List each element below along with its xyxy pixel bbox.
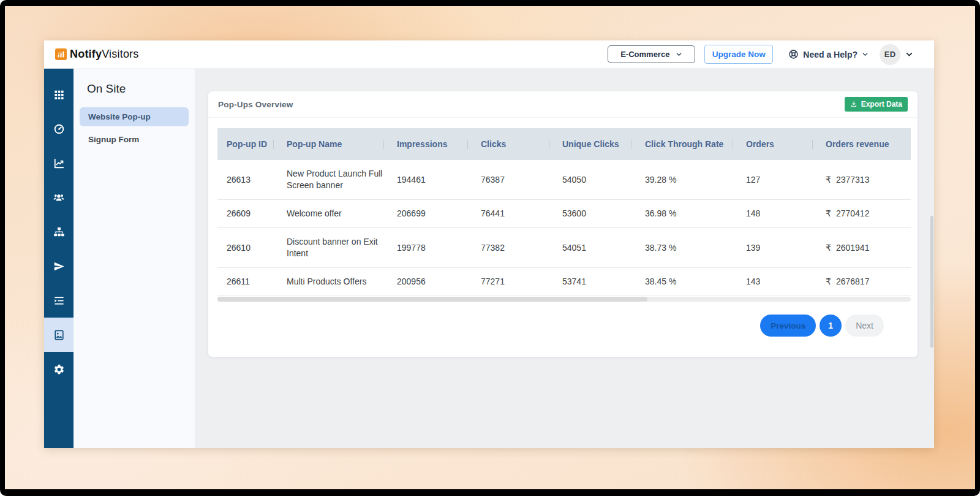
table-zone: Pop-up ID Pop-up Name Impressions Clicks…: [208, 118, 918, 302]
upgrade-now-button[interactable]: Upgrade Now: [704, 45, 773, 64]
rail-item-journeys[interactable]: [44, 283, 74, 318]
icon-rail: [44, 69, 74, 448]
column-header-label: Impressions: [397, 139, 447, 149]
cell-impressions: 194461: [397, 160, 481, 200]
cell-orders-revenue: ₹2676817: [826, 268, 911, 296]
cell-impressions: 200956: [397, 268, 481, 296]
column-header-impressions[interactable]: Impressions: [397, 128, 481, 160]
cell-orders: 139: [746, 228, 826, 268]
main-content: Pop-Ups Overview Export Data: [195, 69, 934, 448]
account-menu-chevron[interactable]: [905, 50, 913, 58]
column-header-label: Orders: [746, 139, 774, 149]
dashboard-gauge-icon: [53, 123, 65, 135]
column-header-label: Clicks: [481, 139, 506, 149]
column-separator: [733, 140, 733, 149]
table-horizontal-scrollbar[interactable]: [217, 297, 911, 302]
export-data-button[interactable]: Export Data: [845, 97, 908, 112]
cell-popup-name: Discount banner on Exit Intent: [287, 228, 397, 268]
rail-item-analytics[interactable]: [44, 146, 74, 180]
top-bar-controls: E-Commerce Upgrade Now Need a Help? ED: [608, 44, 913, 65]
brand-name-bold: Notify: [70, 48, 102, 60]
table-row: 26613 New Product Launch Full Screen ban…: [217, 160, 911, 200]
brand-logo[interactable]: NotifyVisitors: [55, 48, 139, 61]
rail-item-settings[interactable]: [44, 352, 74, 386]
popups-overview-card: Pop-Ups Overview Export Data: [208, 91, 918, 357]
brand-name: NotifyVisitors: [70, 48, 139, 61]
cell-clicks: 76387: [481, 160, 562, 200]
help-menu[interactable]: Need a Help?: [788, 49, 869, 59]
sidebar-item-label: Website Pop-up: [88, 112, 151, 121]
table-header-row: Pop-up ID Pop-up Name Impressions Clicks…: [217, 128, 911, 160]
cell-clicks: 76441: [481, 200, 562, 228]
cell-orders-revenue: ₹2601941: [826, 228, 911, 268]
cell-popup-name: Multi Products Offers: [287, 268, 397, 296]
rail-item-apps[interactable]: [44, 77, 74, 112]
desktop-background: NotifyVisitors E-Commerce Upgrade Now Ne…: [5, 6, 975, 489]
sidebar-item-signup-form[interactable]: Signup Form: [80, 130, 189, 149]
rail-item-sitemap[interactable]: [44, 215, 74, 249]
sitemap-icon: [53, 226, 65, 238]
pagination-next-button[interactable]: Next: [845, 315, 884, 337]
column-separator: [631, 140, 632, 149]
cell-ctr: 39.28 %: [645, 160, 746, 200]
settings-gear-icon: [53, 364, 65, 375]
secondary-sidebar: On Site Website Pop-up Signup Form: [74, 69, 195, 448]
column-header-orders-revenue[interactable]: Orders revenue: [826, 128, 911, 160]
user-avatar[interactable]: ED: [880, 44, 900, 65]
column-header-label: Pop-up Name: [287, 139, 342, 149]
table-row: 26609 Welcome offer 206699 76441 53600 3…: [217, 200, 911, 228]
workspace-dropdown[interactable]: E-Commerce: [608, 45, 695, 63]
rail-item-users[interactable]: [44, 180, 74, 215]
cell-impressions: 206699: [397, 200, 481, 228]
indent-list-icon: [53, 295, 65, 307]
rupee-symbol: ₹: [826, 276, 831, 288]
cell-unique-clicks: 54050: [562, 160, 645, 200]
cell-unique-clicks: 53600: [562, 200, 645, 228]
rupee-symbol: ₹: [826, 208, 831, 219]
screenshot-frame: NotifyVisitors E-Commerce Upgrade Now Ne…: [0, 0, 980, 496]
column-header-label: Orders revenue: [826, 139, 889, 149]
column-separator: [549, 140, 549, 149]
brand-name-light: Visitors: [102, 48, 138, 60]
column-header-popup-id[interactable]: Pop-up ID: [217, 128, 287, 160]
page-vertical-scrollbar[interactable]: [930, 216, 933, 348]
column-header-ctr[interactable]: Click Through Rate: [645, 128, 746, 160]
cell-orders-revenue: ₹2377313: [826, 160, 911, 200]
analytics-line-chart-icon: [53, 158, 65, 169]
popups-table: Pop-up ID Pop-up Name Impressions Clicks…: [217, 128, 911, 296]
cell-orders: 148: [746, 200, 826, 228]
column-separator: [812, 140, 813, 149]
cell-popup-id: 26613: [217, 160, 287, 200]
top-bar: NotifyVisitors E-Commerce Upgrade Now Ne…: [44, 40, 934, 69]
column-header-label: Unique Clicks: [562, 139, 619, 149]
rail-item-campaigns[interactable]: [44, 249, 74, 283]
chevron-down-icon: [905, 50, 913, 58]
rupee-symbol: ₹: [826, 242, 831, 254]
column-separator: [467, 140, 468, 149]
cell-orders: 127: [746, 160, 826, 200]
column-header-clicks[interactable]: Clicks: [481, 128, 562, 160]
cell-unique-clicks: 53741: [562, 268, 645, 296]
cell-orders: 143: [746, 268, 826, 296]
column-separator: [273, 140, 274, 149]
rail-item-onsite[interactable]: [44, 318, 74, 352]
sidebar-item-website-popup[interactable]: Website Pop-up: [80, 107, 189, 126]
column-separator: [383, 140, 384, 149]
cell-popup-name: Welcome offer: [287, 200, 397, 228]
column-header-unique-clicks[interactable]: Unique Clicks: [562, 128, 645, 160]
column-header-orders[interactable]: Orders: [746, 128, 826, 160]
rail-item-dashboard[interactable]: [44, 112, 74, 146]
revenue-amount: 2676817: [836, 277, 870, 286]
card-title: Pop-Ups Overview: [218, 100, 293, 109]
scrollbar-thumb[interactable]: [217, 297, 647, 302]
help-menu-label: Need a Help?: [803, 50, 858, 59]
pagination-page-1-button[interactable]: 1: [820, 315, 842, 337]
column-header-label: Pop-up ID: [227, 139, 267, 149]
pagination-previous-button[interactable]: Previous: [760, 315, 816, 337]
chevron-down-icon: [676, 51, 682, 58]
revenue-amount: 2601941: [836, 243, 870, 253]
cell-ctr: 36.98 %: [645, 200, 746, 228]
column-header-popup-name[interactable]: Pop-up Name: [287, 128, 397, 160]
chevron-down-icon: [862, 51, 869, 58]
column-header-label: Click Through Rate: [645, 139, 723, 149]
